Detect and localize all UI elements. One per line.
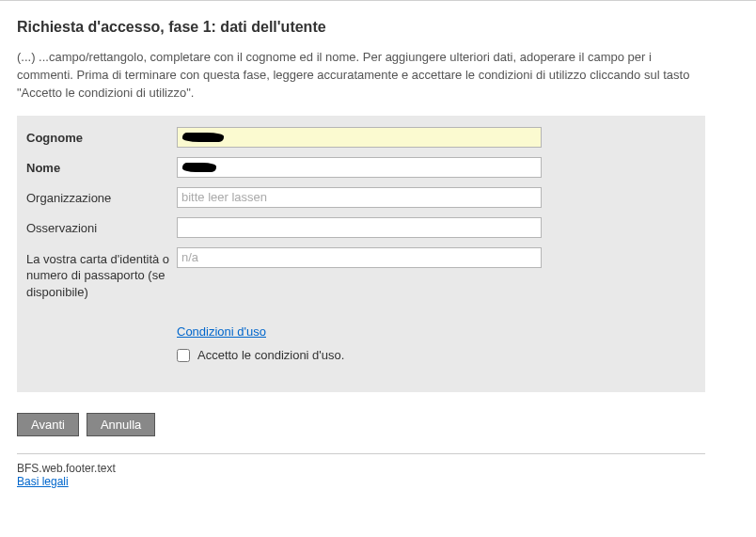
org-input[interactable] — [177, 187, 542, 208]
oss-input[interactable] — [177, 217, 542, 238]
form-panel: Cognome Nome Organizzazione — [17, 116, 705, 393]
row-org: Organizzazione — [26, 187, 696, 208]
page-title: Richiesta d'accesso, fase 1: dati dell'u… — [17, 19, 705, 36]
cancel-button[interactable]: Annulla — [87, 413, 155, 436]
org-label: Organizzazione — [26, 187, 177, 205]
tos-checkbox[interactable] — [177, 349, 190, 362]
nome-input[interactable] — [177, 157, 542, 178]
row-tos: Condizioni d'uso Accetto le condizioni d… — [26, 309, 696, 375]
page-container: Richiesta d'accesso, fase 1: dati dell'u… — [0, 2, 722, 498]
forward-button[interactable]: Avanti — [17, 413, 79, 436]
row-oss: Osservazioni — [26, 217, 696, 238]
tos-spacer — [26, 309, 177, 313]
row-id: La vostra carta d'identità o numero di p… — [26, 247, 696, 301]
footer: BFS.web.footer.text Basi legali — [17, 453, 705, 488]
cognome-input[interactable] — [177, 127, 542, 148]
intro-text: (...) ...campo/rettangolo, completare co… — [17, 49, 705, 103]
id-input[interactable] — [177, 247, 542, 268]
tos-checkbox-label: Accetto le condizioni d'uso. — [197, 348, 344, 362]
footer-text: BFS.web.footer.text — [17, 462, 705, 475]
oss-label: Osservazioni — [26, 217, 177, 235]
id-label: La vostra carta d'identità o numero di p… — [26, 247, 177, 301]
nome-label: Nome — [26, 157, 177, 175]
footer-legal-link[interactable]: Basi legali — [17, 475, 69, 488]
tos-checkbox-row: Accetto le condizioni d'uso. — [177, 348, 344, 362]
tos-link[interactable]: Condizioni d'uso — [177, 324, 266, 339]
row-nome: Nome — [26, 157, 696, 178]
button-row: Avanti Annulla — [17, 413, 705, 436]
cognome-label: Cognome — [26, 127, 177, 145]
row-cognome: Cognome — [26, 127, 696, 148]
